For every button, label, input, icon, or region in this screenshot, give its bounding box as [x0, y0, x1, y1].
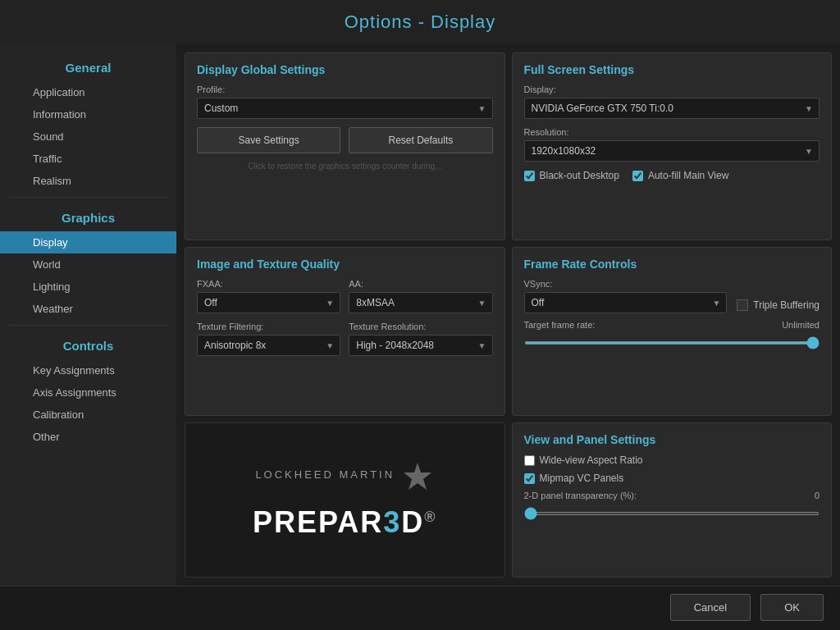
sidebar-divider-2 — [8, 325, 168, 326]
frame-rate-slider[interactable] — [524, 341, 820, 345]
page-title: Options - Display — [345, 11, 496, 32]
aa-col: AA: Off 2xMSAA 4xMSAA 8xMSAA — [349, 279, 492, 322]
vsync-select-wrapper[interactable]: Off On — [524, 292, 728, 313]
triple-buffering-label: Triple Buffering — [753, 299, 819, 311]
autofill-row: Auto-fill Main View — [632, 170, 728, 181]
autofill-checkbox[interactable] — [632, 171, 643, 181]
save-settings-button[interactable]: Save Settings — [197, 127, 340, 153]
prepar3d-logo: PREPAR3D® — [253, 505, 437, 540]
graphics-section-title: Graphics — [0, 203, 176, 231]
fxaa-aa-row: FXAA: Off Low Medium High AA: — [197, 279, 493, 322]
svg-marker-0 — [404, 463, 431, 490]
sidebar-item-weather[interactable]: Weather — [0, 298, 176, 320]
sidebar: General Application Information Sound Tr… — [0, 44, 176, 586]
mipmap-checkbox[interactable] — [524, 473, 535, 484]
texture-filtering-select[interactable]: Anisotropic 2x Anisotropic 4x Anisotropi… — [197, 335, 340, 356]
frame-rate-title: Frame Rate Controls — [524, 258, 820, 271]
profile-select[interactable]: Custom Low Medium High Ultra — [197, 98, 493, 119]
blackout-label: Black-out Desktop — [540, 170, 619, 181]
transparency-label-row: 2-D panel transparency (%): 0 — [524, 491, 820, 500]
full-screen-panel: Full Screen Settings Display: NVIDIA GeF… — [512, 52, 833, 240]
aa-select-wrapper[interactable]: Off 2xMSAA 4xMSAA 8xMSAA — [349, 292, 492, 313]
controls-section-title: Controls — [0, 331, 176, 359]
resolution-label: Resolution: — [524, 127, 820, 137]
texture-resolution-label: Texture Resolution: — [349, 322, 492, 331]
aa-select[interactable]: Off 2xMSAA 4xMSAA 8xMSAA — [349, 292, 492, 313]
wide-view-row: Wide-view Aspect Ratio — [524, 454, 820, 466]
general-section-title: General — [0, 52, 176, 81]
sidebar-item-lighting[interactable]: Lighting — [0, 276, 176, 298]
texture-filtering-col: Texture Filtering: Anisotropic 2x Anisot… — [197, 322, 340, 364]
reset-defaults-button[interactable]: Reset Defaults — [349, 127, 492, 153]
sidebar-item-axis-assignments[interactable]: Axis Assignments — [0, 381, 176, 404]
texture-resolution-select-wrapper[interactable]: Low - 512x512 Medium - 1024x1024 High - … — [349, 335, 492, 356]
display-select[interactable]: NVIDIA GeForce GTX 750 Ti:0.0 — [524, 98, 820, 119]
sidebar-item-sound[interactable]: Sound — [0, 126, 176, 148]
sidebar-item-information[interactable]: Information — [0, 103, 176, 126]
triple-buffering-checkbox[interactable] — [737, 299, 748, 311]
full-screen-title: Full Screen Settings — [524, 63, 820, 76]
notice-text: Click to restore the graphics settings c… — [197, 162, 493, 171]
profile-label: Profile: — [197, 84, 493, 94]
resolution-select-wrapper[interactable]: 1920x1080x32 1280x720x32 1600x900x32 — [524, 140, 820, 162]
image-texture-panel: Image and Texture Quality FXAA: Off Low … — [185, 247, 505, 417]
sidebar-item-calibration[interactable]: Calibration — [0, 404, 176, 426]
cancel-button[interactable]: Cancel — [670, 594, 751, 621]
wide-view-label: Wide-view Aspect Ratio — [540, 454, 643, 466]
logo-panel: LOCKHEED MARTIN PREPAR3D® — [185, 422, 505, 578]
wide-view-checkbox[interactable] — [524, 455, 535, 466]
target-frame-label: Target frame rate: — [524, 320, 596, 330]
lm-text: LOCKHEED MARTIN — [255, 468, 395, 481]
sidebar-divider-1 — [8, 197, 168, 198]
image-texture-title: Image and Texture Quality — [197, 258, 493, 271]
main-layout: General Application Information Sound Tr… — [0, 44, 840, 586]
fxaa-select[interactable]: Off Low Medium High — [197, 292, 340, 313]
sidebar-item-key-assignments[interactable]: Key Assignments — [0, 359, 176, 381]
texture-filtering-select-wrapper[interactable]: Anisotropic 2x Anisotropic 4x Anisotropi… — [197, 335, 340, 356]
fxaa-col: FXAA: Off Low Medium High — [197, 279, 340, 322]
sidebar-item-other[interactable]: Other — [0, 426, 176, 448]
vsync-label: VSync: — [524, 279, 820, 289]
mipmap-row: Mipmap VC Panels — [524, 472, 820, 484]
vsync-select[interactable]: Off On — [524, 292, 728, 313]
blackout-desktop-row: Black-out Desktop — [524, 170, 619, 181]
target-frame-rate-container: Target frame rate: Unlimited — [524, 320, 820, 348]
sidebar-item-realism[interactable]: Realism — [0, 170, 176, 192]
lm-logo-row: LOCKHEED MARTIN — [255, 461, 434, 494]
transparency-slider[interactable] — [524, 512, 820, 515]
target-frame-value: Unlimited — [782, 320, 819, 330]
texture-resolution-select[interactable]: Low - 512x512 Medium - 1024x1024 High - … — [349, 335, 492, 356]
action-buttons-row: Save Settings Reset Defaults — [197, 127, 493, 153]
lm-star-icon — [401, 461, 434, 494]
target-frame-label-row: Target frame rate: Unlimited — [524, 320, 820, 330]
autofill-label: Auto-fill Main View — [648, 170, 728, 181]
transparency-value: 0 — [815, 491, 819, 500]
sidebar-item-world[interactable]: World — [0, 253, 176, 276]
display-field-label: Display: — [524, 84, 820, 94]
fxaa-select-wrapper[interactable]: Off Low Medium High — [197, 292, 340, 313]
display-global-title: Display Global Settings — [197, 63, 493, 76]
texture-row: Texture Filtering: Anisotropic 2x Anisot… — [197, 322, 493, 364]
content-area: Display Global Settings Profile: Custom … — [176, 44, 840, 586]
texture-resolution-col: Texture Resolution: Low - 512x512 Medium… — [349, 322, 492, 364]
fxaa-label: FXAA: — [197, 279, 340, 289]
display-select-wrapper[interactable]: NVIDIA GeForce GTX 750 Ti:0.0 — [524, 98, 820, 119]
profile-select-wrapper[interactable]: Custom Low Medium High Ultra — [197, 98, 493, 119]
sidebar-item-display[interactable]: Display — [0, 231, 176, 253]
ok-button[interactable]: OK — [760, 594, 824, 621]
triple-buffering-row: Triple Buffering — [737, 299, 819, 311]
sidebar-item-application[interactable]: Application — [0, 81, 176, 103]
view-panel-settings: View and Panel Settings Wide-view Aspect… — [512, 422, 833, 578]
blackout-checkbox[interactable] — [524, 171, 535, 181]
bottom-bar: Cancel OK — [0, 586, 840, 628]
resolution-select[interactable]: 1920x1080x32 1280x720x32 1600x900x32 — [524, 140, 820, 162]
transparency-container: 2-D panel transparency (%): 0 — [524, 491, 820, 518]
title-bar: Options - Display — [0, 0, 840, 44]
aa-label: AA: — [349, 279, 492, 289]
view-panel-title: View and Panel Settings — [524, 433, 820, 446]
mipmap-label: Mipmap VC Panels — [540, 472, 624, 484]
sidebar-item-traffic[interactable]: Traffic — [0, 148, 176, 170]
display-global-panel: Display Global Settings Profile: Custom … — [185, 52, 505, 240]
frame-rate-panel: Frame Rate Controls VSync: Off On Triple… — [512, 247, 833, 417]
texture-filtering-label: Texture Filtering: — [197, 322, 340, 331]
